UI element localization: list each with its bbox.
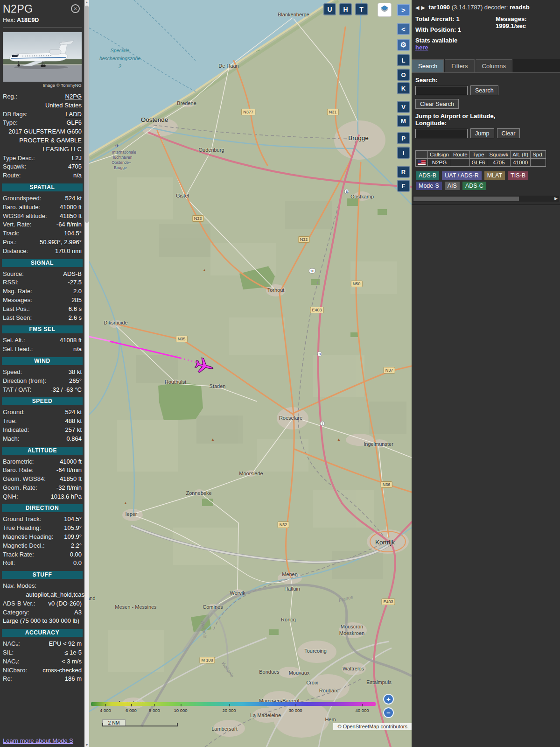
scrollbar-thumb[interactable] [85, 6, 89, 223]
detail-row: Rc:186 m [3, 675, 82, 684]
detail-row: TAT / OAT:-32 / -63 °C [3, 386, 82, 395]
row-value: 104.5° [44, 515, 82, 524]
callsign-cell[interactable]: N2PG [428, 159, 451, 167]
source-badge[interactable]: TIS-B [508, 171, 528, 180]
stats-available-text: Stats available [415, 37, 457, 44]
section-speed: Ground:524 ktTrue:488 ktIndicated:257 kt… [3, 408, 82, 443]
map-side-button[interactable]: P [397, 132, 410, 144]
app-title: tar1090 (3.14.1787) decoder: readsb [429, 4, 530, 11]
map-side-button[interactable]: R [397, 166, 410, 178]
button-label: ⚙ [400, 41, 406, 49]
row-value: v0 (DO-260) [38, 599, 82, 608]
row-value: LADD [30, 110, 82, 119]
column-header[interactable] [416, 151, 428, 159]
row-label: Baro. Rate: [3, 466, 34, 475]
layers-button[interactable] [378, 3, 392, 17]
map-side-button[interactable]: O [397, 69, 410, 81]
section-header-speed: SPEED [2, 397, 83, 405]
column-header[interactable]: Squawk [487, 151, 511, 159]
search-input[interactable] [415, 86, 468, 95]
jump-input[interactable] [415, 129, 468, 138]
row-label: Track Rate: [3, 550, 34, 559]
panel-tab[interactable]: Search [412, 59, 444, 72]
panel-horizontal-scrollbar[interactable]: ▶ [413, 196, 559, 202]
row-value: L2J [38, 154, 82, 163]
badge-label: TIS-B [511, 172, 525, 179]
road-shield: N35 [176, 336, 188, 342]
detail-row: Sel. Alt.:41008 ft [3, 336, 82, 345]
source-badge[interactable]: MLAT [484, 171, 505, 180]
zoom-out-button[interactable]: − [383, 707, 394, 718]
scrollbar-up-arrow-icon[interactable]: ▲ [84, 0, 89, 4]
column-header[interactable]: Type [469, 151, 487, 159]
row-value: 6.6 s [33, 305, 82, 314]
mode-s-info-link[interactable]: Learn more about Mode S [3, 737, 73, 744]
aircraft-photo[interactable] [3, 32, 82, 82]
button-label: < [401, 25, 406, 33]
clear-search-button[interactable]: Clear Search [415, 99, 459, 109]
tab-label: Search [418, 63, 437, 70]
flag-cell [416, 159, 428, 167]
map-side-button[interactable]: M [397, 115, 410, 127]
jump-clear-button[interactable]: Clear [497, 128, 520, 138]
row-value: 41000 ft [36, 458, 82, 466]
detail-row: DB flags:LADD [3, 110, 82, 119]
stats-here-link[interactable]: here [415, 44, 428, 51]
panel-tab[interactable]: Columns [476, 59, 512, 72]
aircraft-table-row[interactable]: N2PG GLF6 4705 41000 [416, 159, 546, 167]
map-side-button[interactable]: L [397, 54, 410, 66]
map-side-button[interactable]: > [397, 4, 410, 16]
map-side-button[interactable]: V [397, 101, 410, 113]
detail-row: Type:GLF6 [3, 119, 82, 127]
hscrollbar-thumb[interactable] [413, 197, 519, 201]
detail-row: Category:A3 [3, 608, 82, 617]
row-value: n/a [23, 171, 82, 180]
detail-row: Ground:524 kt [3, 408, 82, 417]
map-hotkey-button[interactable]: U [323, 3, 336, 15]
panel-tabs: SearchFiltersColumns [412, 59, 560, 73]
map-hotkey-button[interactable]: H [339, 3, 352, 15]
map[interactable]: BlankenbergeDe HaanSpecialebeschermingsz… [89, 0, 412, 747]
row-label: Groundspeed: [3, 194, 41, 203]
jump-button[interactable]: Jump [470, 128, 494, 138]
source-badge[interactable]: ADS-C [462, 182, 486, 190]
map-side-button[interactable]: < [397, 23, 410, 35]
column-header[interactable]: Alt. (ft) [511, 151, 531, 159]
map-side-button[interactable]: K [397, 82, 410, 94]
detail-row: Roll:0.0 [3, 559, 82, 568]
map-hotkey-button[interactable]: T [355, 3, 368, 15]
hscrollbar-right-arrow-icon[interactable]: ▶ [554, 196, 558, 201]
panel-collapse-right-icon[interactable]: ▶ [421, 5, 425, 10]
map-side-button[interactable]: I [397, 147, 410, 159]
map-side-button[interactable]: F [397, 180, 410, 192]
source-badge[interactable]: AIS [445, 182, 460, 190]
column-header[interactable]: Spd. [531, 151, 546, 159]
row-label: Category: [3, 608, 29, 617]
altitude-tick-label: 4 000 [100, 708, 111, 713]
zoom-in-button[interactable]: + [383, 694, 394, 705]
row-value: 105.9° [44, 524, 82, 533]
panel-tab[interactable]: Filters [445, 59, 474, 72]
tar1090-link[interactable]: tar1090 [429, 4, 450, 11]
row-value: n/a [35, 345, 82, 354]
map-attribution[interactable]: © OpenStreetMap contributors. [333, 723, 412, 730]
scrollbar-down-arrow-icon[interactable]: ▼ [84, 743, 89, 747]
section-header-fms: FMS SEL [2, 325, 83, 333]
source-badge[interactable]: UAT / ADS-R [442, 171, 481, 180]
column-header[interactable]: Route [451, 151, 469, 159]
close-icon[interactable]: × [71, 4, 80, 13]
row-value: 2.0 [35, 287, 82, 296]
button-label: V [401, 104, 406, 111]
source-badge[interactable]: ADS-B [416, 171, 439, 180]
callsign-link[interactable]: N2PG [432, 160, 447, 165]
column-header[interactable]: Callsign [428, 151, 451, 159]
search-button[interactable]: Search [470, 85, 498, 95]
road-shield: E403 [310, 307, 323, 313]
altitude-legend-bar [91, 702, 376, 706]
sidebar-scrollbar[interactable]: ▲ ▼ [84, 0, 89, 747]
photo-credit: Image © TommyNG [3, 83, 82, 88]
readsb-link[interactable]: readsb [510, 4, 530, 11]
panel-collapse-left-icon[interactable]: ◀ [415, 5, 419, 10]
map-side-button[interactable]: ⚙ [397, 39, 410, 51]
source-badge[interactable]: Mode-S [416, 182, 442, 190]
